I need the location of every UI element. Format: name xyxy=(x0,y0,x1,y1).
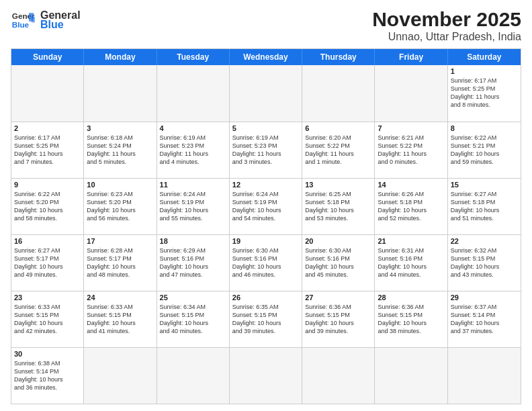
calendar-cell xyxy=(375,348,447,404)
header-day-tuesday: Tuesday xyxy=(157,49,230,65)
calendar-cell: 30Sunrise: 6:38 AM Sunset: 5:14 PM Dayli… xyxy=(11,348,84,404)
calendar-week-3: 16Sunrise: 6:27 AM Sunset: 5:17 PM Dayli… xyxy=(11,234,521,291)
day-info: Sunrise: 6:19 AM Sunset: 5:23 PM Dayligh… xyxy=(232,134,299,167)
page-title: November 2025 xyxy=(372,8,521,31)
calendar-cell xyxy=(157,348,230,404)
logo: General Blue General Blue xyxy=(11,8,81,32)
logo-icon: General Blue xyxy=(11,8,35,32)
calendar-header: SundayMondayTuesdayWednesdayThursdayFrid… xyxy=(11,49,521,65)
calendar-cell: 6Sunrise: 6:20 AM Sunset: 5:22 PM Daylig… xyxy=(302,122,375,178)
day-number: 26 xyxy=(232,293,299,302)
logo-text-block: General Blue xyxy=(40,9,81,31)
day-info: Sunrise: 6:17 AM Sunset: 5:25 PM Dayligh… xyxy=(14,134,81,167)
calendar-cell: 12Sunrise: 6:24 AM Sunset: 5:19 PM Dayli… xyxy=(230,179,302,234)
day-number: 25 xyxy=(160,293,226,302)
day-info: Sunrise: 6:37 AM Sunset: 5:14 PM Dayligh… xyxy=(451,303,518,336)
day-number: 10 xyxy=(87,181,153,189)
day-number: 1 xyxy=(451,67,518,75)
calendar-cell: 14Sunrise: 6:26 AM Sunset: 5:18 PM Dayli… xyxy=(375,179,447,234)
day-number: 5 xyxy=(232,124,299,132)
day-number: 17 xyxy=(87,237,153,245)
day-number: 8 xyxy=(451,124,518,132)
calendar-cell: 4Sunrise: 6:19 AM Sunset: 5:23 PM Daylig… xyxy=(157,122,230,178)
day-number: 3 xyxy=(87,124,153,132)
calendar-cell: 3Sunrise: 6:18 AM Sunset: 5:24 PM Daylig… xyxy=(84,122,157,178)
calendar-cell: 10Sunrise: 6:23 AM Sunset: 5:20 PM Dayli… xyxy=(84,179,157,234)
day-number: 9 xyxy=(14,181,81,189)
day-number: 23 xyxy=(14,293,81,302)
day-info: Sunrise: 6:20 AM Sunset: 5:22 PM Dayligh… xyxy=(305,134,371,167)
day-info: Sunrise: 6:24 AM Sunset: 5:19 PM Dayligh… xyxy=(232,190,299,223)
calendar-cell: 13Sunrise: 6:25 AM Sunset: 5:18 PM Dayli… xyxy=(302,179,375,234)
header-day-thursday: Thursday xyxy=(302,49,375,65)
header-day-sunday: Sunday xyxy=(11,49,84,65)
header-day-friday: Friday xyxy=(375,49,447,65)
day-info: Sunrise: 6:35 AM Sunset: 5:15 PM Dayligh… xyxy=(232,303,299,336)
day-info: Sunrise: 6:27 AM Sunset: 5:17 PM Dayligh… xyxy=(14,246,81,279)
calendar-body: 1Sunrise: 6:17 AM Sunset: 5:25 PM Daylig… xyxy=(11,65,521,404)
day-number: 22 xyxy=(451,237,518,245)
calendar-cell: 16Sunrise: 6:27 AM Sunset: 5:17 PM Dayli… xyxy=(11,235,84,291)
calendar-cell: 11Sunrise: 6:24 AM Sunset: 5:19 PM Dayli… xyxy=(157,179,230,234)
calendar-week-1: 2Sunrise: 6:17 AM Sunset: 5:25 PM Daylig… xyxy=(11,122,521,178)
calendar-week-2: 9Sunrise: 6:22 AM Sunset: 5:20 PM Daylig… xyxy=(11,178,521,234)
calendar-week-4: 23Sunrise: 6:33 AM Sunset: 5:15 PM Dayli… xyxy=(11,291,521,347)
day-info: Sunrise: 6:34 AM Sunset: 5:15 PM Dayligh… xyxy=(160,303,226,336)
day-info: Sunrise: 6:22 AM Sunset: 5:21 PM Dayligh… xyxy=(451,134,518,167)
day-info: Sunrise: 6:26 AM Sunset: 5:18 PM Dayligh… xyxy=(378,190,444,223)
day-number: 15 xyxy=(451,181,518,189)
day-info: Sunrise: 6:18 AM Sunset: 5:24 PM Dayligh… xyxy=(87,134,153,167)
calendar-cell: 29Sunrise: 6:37 AM Sunset: 5:14 PM Dayli… xyxy=(448,291,521,347)
day-number: 13 xyxy=(305,181,371,189)
calendar-week-0: 1Sunrise: 6:17 AM Sunset: 5:25 PM Daylig… xyxy=(11,65,521,122)
day-info: Sunrise: 6:29 AM Sunset: 5:16 PM Dayligh… xyxy=(160,246,226,279)
calendar-cell xyxy=(302,348,375,404)
calendar-cell: 22Sunrise: 6:32 AM Sunset: 5:15 PM Dayli… xyxy=(448,235,521,291)
day-number: 12 xyxy=(232,181,299,189)
day-number: 14 xyxy=(378,181,444,189)
day-info: Sunrise: 6:33 AM Sunset: 5:15 PM Dayligh… xyxy=(87,303,153,336)
day-number: 6 xyxy=(305,124,371,132)
calendar-cell xyxy=(157,65,230,122)
day-info: Sunrise: 6:36 AM Sunset: 5:15 PM Dayligh… xyxy=(378,303,444,336)
calendar-cell xyxy=(230,348,302,404)
day-info: Sunrise: 6:23 AM Sunset: 5:20 PM Dayligh… xyxy=(87,190,153,223)
day-number: 29 xyxy=(451,293,518,302)
day-info: Sunrise: 6:30 AM Sunset: 5:16 PM Dayligh… xyxy=(232,246,299,279)
day-info: Sunrise: 6:28 AM Sunset: 5:17 PM Dayligh… xyxy=(87,246,153,279)
header: General Blue General Blue November 2025 … xyxy=(11,8,521,43)
day-number: 20 xyxy=(305,237,371,245)
header-day-wednesday: Wednesday xyxy=(230,49,302,65)
day-number: 19 xyxy=(232,237,299,245)
svg-text:Blue: Blue xyxy=(12,20,30,29)
page-subtitle: Unnao, Uttar Pradesh, India xyxy=(372,31,521,43)
day-number: 2 xyxy=(14,124,81,132)
day-info: Sunrise: 6:25 AM Sunset: 5:18 PM Dayligh… xyxy=(305,190,371,223)
calendar-cell xyxy=(11,65,84,122)
day-info: Sunrise: 6:22 AM Sunset: 5:20 PM Dayligh… xyxy=(14,190,81,223)
calendar-cell: 18Sunrise: 6:29 AM Sunset: 5:16 PM Dayli… xyxy=(157,235,230,291)
day-number: 18 xyxy=(160,237,226,245)
header-day-saturday: Saturday xyxy=(448,49,521,65)
day-info: Sunrise: 6:21 AM Sunset: 5:22 PM Dayligh… xyxy=(378,134,444,167)
day-info: Sunrise: 6:38 AM Sunset: 5:14 PM Dayligh… xyxy=(14,359,81,392)
day-number: 4 xyxy=(160,124,226,132)
day-number: 7 xyxy=(378,124,444,132)
day-info: Sunrise: 6:27 AM Sunset: 5:18 PM Dayligh… xyxy=(451,190,518,223)
calendar-cell: 2Sunrise: 6:17 AM Sunset: 5:25 PM Daylig… xyxy=(11,122,84,178)
calendar-week-5: 30Sunrise: 6:38 AM Sunset: 5:14 PM Dayli… xyxy=(11,347,521,404)
calendar-cell xyxy=(302,65,375,122)
day-info: Sunrise: 6:31 AM Sunset: 5:16 PM Dayligh… xyxy=(378,246,444,279)
calendar-cell: 25Sunrise: 6:34 AM Sunset: 5:15 PM Dayli… xyxy=(157,291,230,347)
day-info: Sunrise: 6:33 AM Sunset: 5:15 PM Dayligh… xyxy=(14,303,81,336)
calendar-cell: 7Sunrise: 6:21 AM Sunset: 5:22 PM Daylig… xyxy=(375,122,447,178)
calendar-cell xyxy=(84,65,157,122)
calendar-cell: 8Sunrise: 6:22 AM Sunset: 5:21 PM Daylig… xyxy=(448,122,521,178)
calendar-cell xyxy=(448,348,521,404)
calendar-cell: 19Sunrise: 6:30 AM Sunset: 5:16 PM Dayli… xyxy=(230,235,302,291)
day-info: Sunrise: 6:19 AM Sunset: 5:23 PM Dayligh… xyxy=(160,134,226,167)
calendar-cell: 27Sunrise: 6:36 AM Sunset: 5:15 PM Dayli… xyxy=(302,291,375,347)
day-number: 24 xyxy=(87,293,153,302)
day-info: Sunrise: 6:30 AM Sunset: 5:16 PM Dayligh… xyxy=(305,246,371,279)
calendar: SundayMondayTuesdayWednesdayThursdayFrid… xyxy=(11,48,521,404)
